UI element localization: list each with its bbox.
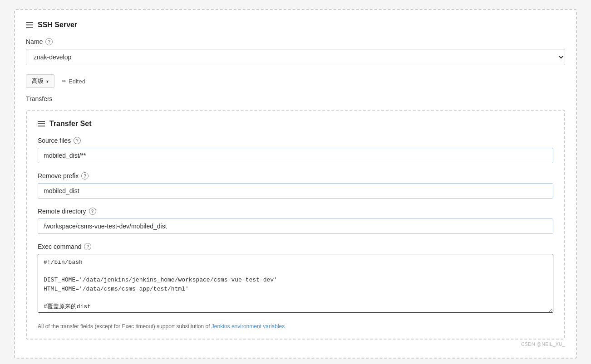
remove-prefix-input[interactable]	[38, 183, 553, 199]
transfer-drag-handle-icon[interactable]	[38, 121, 45, 126]
remove-prefix-group: Remove prefix ?	[38, 172, 553, 199]
edited-label: Edited	[69, 78, 85, 85]
remote-directory-label: Remote directory ?	[38, 208, 553, 215]
remote-directory-help-icon[interactable]: ?	[89, 208, 96, 215]
exec-command-textarea[interactable]: #!/bin/bash DIST_HOME='/data/jenkins/jen…	[38, 254, 553, 313]
exec-command-label: Exec command ?	[38, 243, 553, 250]
name-label: Name ?	[26, 38, 565, 45]
transfer-set-header: Transfer Set	[38, 120, 553, 128]
name-select[interactable]: znak-develop	[26, 49, 565, 65]
jenkins-env-vars-link[interactable]: Jenkins environment variables	[212, 323, 285, 330]
source-files-label: Source files ?	[38, 137, 553, 144]
footer-text-before: All of the transfer fields (except for E…	[38, 323, 212, 330]
watermark: CSDN @NEIL_XU_	[26, 341, 565, 347]
exec-command-group: Exec command ? #!/bin/bash DIST_HOME='/d…	[38, 243, 553, 314]
footer-note: All of the transfer fields (except for E…	[38, 323, 553, 330]
drag-handle-icon[interactable]	[26, 22, 33, 28]
ssh-server-card: SSH Server Name ? znak-develop 高级 ▾ ✏ Ed…	[14, 9, 577, 359]
transfer-set-card: Transfer Set Source files ? Remove prefi…	[26, 110, 565, 340]
edited-indicator: ✏ Edited	[62, 78, 85, 85]
pencil-icon: ✏	[62, 78, 66, 84]
name-help-icon[interactable]: ?	[45, 38, 53, 45]
source-files-group: Source files ?	[38, 137, 553, 163]
transfer-set-title: Transfer Set	[49, 120, 91, 128]
advanced-button[interactable]: 高级 ▾	[26, 74, 54, 88]
source-files-input[interactable]	[38, 148, 553, 163]
name-field-group: Name ? znak-develop	[26, 38, 565, 65]
chevron-down-icon: ▾	[46, 79, 49, 84]
remote-directory-group: Remote directory ?	[38, 208, 553, 234]
remove-prefix-label: Remove prefix ?	[38, 172, 553, 180]
ssh-server-title: SSH Server	[38, 21, 77, 29]
ssh-server-header: SSH Server	[26, 21, 565, 29]
advanced-button-label: 高级	[32, 77, 44, 85]
transfers-label: Transfers	[26, 95, 565, 102]
remove-prefix-help-icon[interactable]: ?	[81, 172, 89, 180]
remote-directory-input[interactable]	[38, 218, 553, 234]
toolbar-row: 高级 ▾ ✏ Edited	[26, 74, 565, 88]
exec-command-help-icon[interactable]: ?	[84, 243, 91, 250]
source-files-help-icon[interactable]: ?	[74, 137, 81, 144]
